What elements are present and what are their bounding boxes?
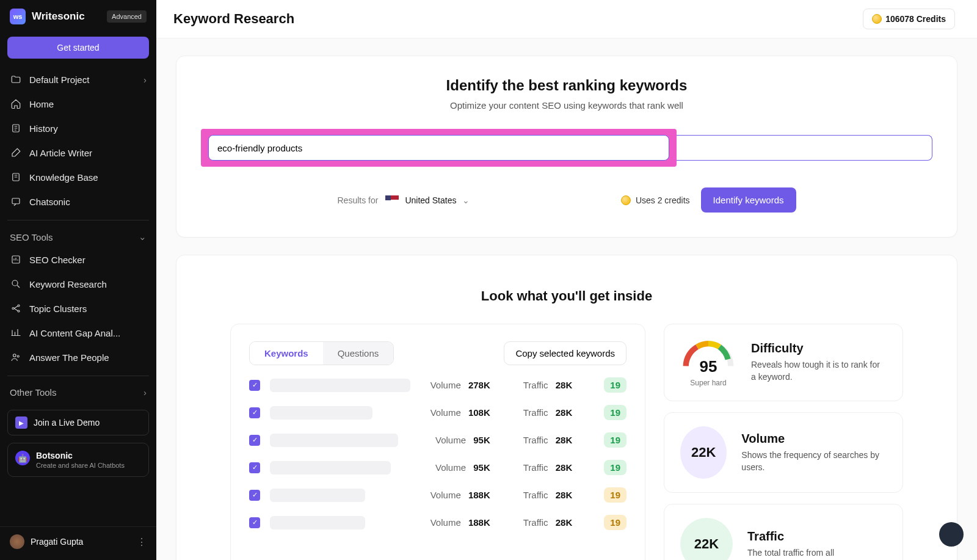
us-flag-icon (385, 195, 399, 205)
keyword-row: ✓Volume 188KTraffic 28K19 (249, 515, 627, 530)
sidebar-item-home[interactable]: Home (0, 92, 156, 116)
user-name: Pragati Gupta (31, 537, 83, 547)
traffic-desc: The total traffic from all (747, 547, 834, 559)
keyword-row: ✓Volume 278KTraffic 28K19 (249, 377, 627, 393)
page-title: Keyword Research (173, 11, 294, 27)
volume-value: 22K (680, 426, 727, 479)
checkbox[interactable]: ✓ (249, 380, 260, 391)
project-selector[interactable]: Default Project › (0, 67, 156, 92)
sidebar-item-label: Keyword Research (29, 279, 107, 289)
user-row: Pragati Gupta ⋮ (0, 526, 156, 560)
kd-pill: 19 (604, 432, 627, 448)
checkbox[interactable]: ✓ (249, 490, 260, 501)
sidebar-item-seo-checker[interactable]: SEO Checker (0, 247, 156, 272)
copy-selected-button[interactable]: Copy selected keywords (504, 341, 627, 365)
join-demo-label: Join a Live Demo (34, 418, 100, 427)
sidebar-item-label: Chatsonic (29, 197, 70, 207)
kd-pill: 19 (604, 460, 627, 475)
country-selector[interactable]: United States ⌄ (385, 195, 470, 205)
svg-point-4 (12, 280, 18, 286)
divider (7, 376, 149, 376)
chevron-right-icon: › (143, 387, 147, 398)
volume-card: 22K Volume Shows the frequency of search… (664, 412, 903, 493)
difficulty-title: Difficulty (751, 341, 887, 355)
brand-name: Writesonic (32, 10, 85, 23)
chevron-right-icon: › (143, 75, 147, 85)
kd-pill: 19 (604, 487, 627, 503)
difficulty-gauge: 95 Super hard (680, 338, 736, 387)
chatsonic-icon (10, 195, 22, 208)
sidebar-item-keyword-research[interactable]: Keyword Research (0, 272, 156, 296)
sidebar-item-article-writer[interactable]: AI Article Writer (0, 140, 156, 165)
tab-keywords[interactable]: Keywords (250, 342, 323, 365)
coin-icon (621, 195, 631, 205)
people-icon (10, 351, 22, 363)
chevron-down-icon: ⌄ (462, 195, 470, 205)
checkbox[interactable]: ✓ (249, 462, 260, 473)
sidebar: ws Writesonic Advanced Get started Defau… (0, 0, 156, 560)
credits-text: 106078 Credits (885, 14, 946, 24)
sidebar-item-label: History (29, 123, 58, 134)
keyword-row: ✓Volume 188KTraffic 28K19 (249, 487, 627, 503)
tab-questions[interactable]: Questions (323, 342, 394, 365)
checkbox[interactable]: ✓ (249, 517, 260, 528)
search-subtitle: Optimize your content SEO using keywords… (201, 100, 932, 111)
kd-pill: 19 (604, 377, 627, 393)
keyword-placeholder (270, 406, 372, 420)
svg-rect-2 (12, 198, 20, 204)
identify-keywords-button[interactable]: Identify keywords (701, 187, 796, 213)
seo-tools-header[interactable]: SEO Tools ⌄ (0, 227, 156, 247)
main: Keyword Research 106078 Credits Identify… (156, 0, 977, 560)
topbar: Keyword Research 106078 Credits (156, 0, 977, 38)
divider (7, 220, 149, 220)
sidebar-item-label: SEO Checker (29, 255, 85, 265)
svg-point-7 (18, 310, 20, 312)
checkbox[interactable]: ✓ (249, 435, 260, 446)
botsonic-sub: Create and share AI Chatbots (36, 462, 125, 469)
botsonic-title: Botsonic (36, 451, 125, 460)
plan-badge: Advanced (107, 10, 147, 23)
get-started-button[interactable]: Get started (7, 37, 149, 59)
kd-pill: 19 (604, 405, 627, 420)
checkbox[interactable]: ✓ (249, 407, 260, 418)
user-menu-button[interactable]: ⋮ (137, 536, 147, 548)
sidebar-item-answer-people[interactable]: Answer The People (0, 345, 156, 369)
volume-title: Volume (741, 432, 887, 446)
keyword-input[interactable] (208, 135, 669, 161)
section-label: SEO Tools (10, 232, 53, 242)
volume-cell: Volume 188K (430, 517, 490, 528)
section-label: Other Tools (10, 387, 56, 398)
difficulty-desc: Reveals how tough it is to rank for a ke… (751, 359, 887, 383)
avatar (10, 534, 24, 549)
join-demo-button[interactable]: ▶ Join a Live Demo (7, 410, 149, 435)
project-label: Default Project (29, 75, 89, 85)
sidebar-item-content-gap[interactable]: AI Content Gap Anal... (0, 321, 156, 345)
svg-point-8 (13, 354, 16, 357)
sidebar-item-topic-clusters[interactable]: Topic Clusters (0, 296, 156, 321)
search-meta: Results for United States ⌄ Uses 2 credi… (336, 187, 797, 213)
volume-cell: Volume 188K (430, 490, 490, 500)
history-icon (10, 122, 22, 134)
botsonic-card[interactable]: 🤖 Botsonic Create and share AI Chatbots (7, 443, 149, 477)
chat-fab[interactable] (939, 522, 964, 547)
credits-badge[interactable]: 106078 Credits (863, 9, 955, 29)
svg-point-5 (12, 308, 14, 310)
traffic-cell: Traffic 28K (523, 407, 573, 418)
gap-icon (10, 327, 22, 339)
other-tools-header[interactable]: Other Tools › (0, 382, 156, 402)
preview-panel: Look what you'll get inside Keywords Que… (176, 255, 957, 560)
country-name: United States (405, 195, 456, 205)
knowledge-icon (10, 171, 22, 183)
home-icon (10, 98, 22, 110)
keyword-row: ✓Volume 108KTraffic 28K19 (249, 405, 627, 420)
keyword-icon (10, 278, 22, 290)
sidebar-item-label: Topic Clusters (29, 304, 87, 314)
sidebar-item-chatsonic[interactable]: Chatsonic (0, 189, 156, 214)
keyword-placeholder (270, 516, 365, 529)
brand-row: ws Writesonic Advanced (0, 0, 156, 33)
coin-icon (872, 14, 882, 24)
input-highlight (201, 129, 677, 167)
sidebar-item-label: Answer The People (29, 352, 109, 363)
sidebar-item-history[interactable]: History (0, 116, 156, 140)
sidebar-item-knowledge-base[interactable]: Knowledge Base (0, 165, 156, 189)
